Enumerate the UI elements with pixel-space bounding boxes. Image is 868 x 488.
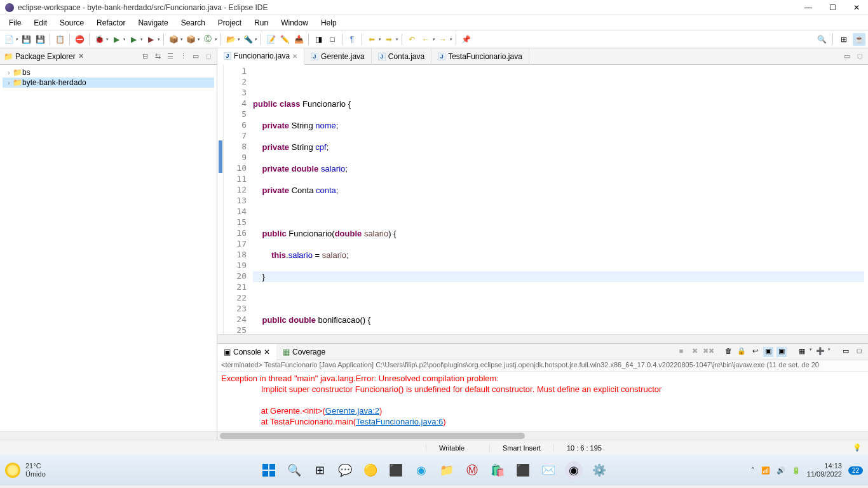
tab-console[interactable]: ▣ Console ✕ <box>217 344 276 360</box>
tip-icon[interactable]: 💡 <box>853 444 868 452</box>
word-wrap-button[interactable]: ↩ <box>750 347 760 357</box>
save-button[interactable]: 💾 <box>20 33 32 46</box>
eclipse-taskbar-icon[interactable]: ◉ <box>565 461 583 479</box>
console-hscrollbar[interactable] <box>217 431 868 440</box>
open-perspective-button[interactable]: ⊞ <box>837 33 850 46</box>
clear-console-button[interactable]: 🗑 <box>723 347 733 357</box>
minimize-button[interactable]: — <box>802 3 815 12</box>
stacktrace-link[interactable]: TestaFuncionario.java:6 <box>356 417 443 426</box>
wifi-icon[interactable]: 📶 <box>761 466 770 475</box>
next-annotation-button[interactable]: ➡ <box>383 33 395 46</box>
coverage-button[interactable]: ▶ <box>127 33 140 46</box>
vscode-icon[interactable]: ⬛ <box>387 461 405 479</box>
run-button[interactable]: ▶ <box>110 33 123 46</box>
forward-button[interactable]: → <box>437 33 449 46</box>
collapse-all-button[interactable]: ⊟ <box>140 52 149 61</box>
search-icon[interactable]: 🔍 <box>285 461 303 479</box>
project-byte-bank-herdado[interactable]: › 📁 byte-bank-herdado <box>3 78 214 88</box>
open-console-button[interactable]: ➕ <box>815 347 825 357</box>
show-whitespace-button[interactable]: ¶ <box>346 33 358 46</box>
expand-arrow-icon[interactable]: › <box>5 69 13 76</box>
link-editor-button[interactable]: ⇆ <box>153 52 162 61</box>
pin-button[interactable]: 📌 <box>459 33 472 46</box>
console-output[interactable]: Exception in thread "main" java.lang.Err… <box>217 372 868 431</box>
tab-gerente[interactable]: J Gerente.java <box>304 48 372 65</box>
start-button[interactable] <box>260 461 278 479</box>
package-explorer-close[interactable]: ✕ <box>78 52 84 60</box>
menu-search[interactable]: Search <box>175 17 212 29</box>
display-selected-button[interactable]: ▦ <box>797 347 807 357</box>
explorer-icon[interactable]: 📁 <box>438 461 456 479</box>
battery-icon[interactable]: 🔋 <box>792 466 801 475</box>
back-button[interactable]: ← <box>419 33 432 46</box>
weather-widget[interactable]: 21°C Úmido <box>5 462 46 478</box>
code-editor[interactable]: 1 2 3 4 5 6 7 8 9 10 11 12 13 14 15 16 1… <box>217 65 868 334</box>
mail-icon[interactable]: ✉️ <box>539 461 557 479</box>
skip-breakpoints-button[interactable]: ⛔ <box>73 33 86 46</box>
run-last-button[interactable]: ▶ <box>144 33 157 46</box>
scroll-lock-button[interactable]: 🔒 <box>736 347 747 357</box>
menu-source[interactable]: Source <box>53 17 90 29</box>
search-button[interactable]: 🔦 <box>241 33 254 46</box>
app-icon[interactable]: ⬛ <box>514 461 532 479</box>
menu-edit[interactable]: Edit <box>27 17 53 29</box>
toggle-comment-button[interactable]: 📝 <box>264 33 277 46</box>
menu-project[interactable]: Project <box>212 17 248 29</box>
editor-minimize-button[interactable]: ▭ <box>843 52 851 61</box>
open-type-button[interactable]: 📋 <box>53 33 66 46</box>
remove-all-button[interactable]: ✖✖ <box>703 347 713 357</box>
widgets-icon[interactable]: 💬 <box>336 461 354 479</box>
tab-conta[interactable]: J Conta.java <box>372 48 431 65</box>
mcafee-icon[interactable]: Ⓜ <box>463 461 481 479</box>
editor-maximize-button[interactable]: □ <box>855 52 864 61</box>
chrome-icon[interactable]: 🟡 <box>362 461 379 479</box>
save-all-button[interactable]: 💾 <box>34 33 46 46</box>
task-view-icon[interactable]: ⊞ <box>311 461 329 479</box>
editor-hscrollbar[interactable] <box>217 334 868 343</box>
menu-window[interactable]: Window <box>275 17 315 29</box>
close-button[interactable]: ✕ <box>850 3 863 12</box>
maximize-button[interactable]: ☐ <box>826 3 839 12</box>
last-edit-button[interactable]: ↶ <box>405 33 418 46</box>
maximize-panel-button[interactable]: □ <box>204 52 213 61</box>
menu-run[interactable]: Run <box>248 17 275 29</box>
quick-access-button[interactable]: 🔍 <box>815 33 828 46</box>
tab-funcionario[interactable]: J Funcionario.java ✕ <box>217 48 304 65</box>
menu-file[interactable]: File <box>3 17 27 29</box>
sidebar-hscrollbar[interactable] <box>0 431 217 440</box>
new-java-button[interactable]: 📦 <box>167 33 180 46</box>
tray-chevron-icon[interactable]: ˄ <box>751 466 755 475</box>
project-tree[interactable]: › 📁 bs › 📁 byte-bank-herdado <box>0 65 217 431</box>
show-console-button[interactable]: ▣ <box>763 347 773 357</box>
format-button[interactable]: ✏️ <box>278 33 291 46</box>
toggle-block-button[interactable]: □ <box>326 33 339 46</box>
line-gutter[interactable]: 1 2 3 4 5 6 7 8 9 10 11 12 13 14 15 16 1… <box>224 65 249 334</box>
store-icon[interactable]: 🛍️ <box>489 461 506 479</box>
new-package-button[interactable]: 📦 <box>184 33 197 46</box>
notification-badge[interactable]: 22 <box>848 466 863 475</box>
tab-coverage[interactable]: ▦ Coverage <box>276 344 332 360</box>
new-button[interactable]: 📄 <box>3 33 15 46</box>
focus-task-button[interactable]: ☰ <box>166 52 175 61</box>
tab-testa-funcionario[interactable]: J TestaFuncionario.java <box>431 48 529 65</box>
menu-help[interactable]: Help <box>315 17 343 29</box>
pin-console-button[interactable]: ▣ <box>776 347 787 357</box>
stacktrace-link[interactable]: Gerente.java:2 <box>325 406 379 416</box>
expand-arrow-icon[interactable]: › <box>5 79 13 86</box>
terminate-button[interactable]: ■ <box>676 347 686 357</box>
minimize-panel-button[interactable]: ▭ <box>191 52 200 61</box>
clock[interactable]: 14:13 11/09/2022 <box>807 462 842 478</box>
debug-button[interactable]: 🐞 <box>93 33 105 46</box>
tab-close-icon[interactable]: ✕ <box>264 348 270 356</box>
menu-refactor[interactable]: Refactor <box>90 17 132 29</box>
tab-close-icon[interactable]: ✕ <box>292 53 297 60</box>
open-task-button[interactable]: 📂 <box>224 33 237 46</box>
console-minimize-button[interactable]: ▭ <box>841 347 851 357</box>
edge-icon[interactable]: ◉ <box>412 461 430 479</box>
java-perspective-button[interactable]: ☕ <box>853 33 865 46</box>
remove-launch-button[interactable]: ✖ <box>689 347 700 357</box>
settings-icon[interactable]: ⚙️ <box>590 461 608 479</box>
project-bs[interactable]: › 📁 bs <box>3 67 214 78</box>
code-content[interactable]: public class Funcionario { private Strin… <box>249 65 868 334</box>
volume-icon[interactable]: 🔊 <box>776 466 785 475</box>
